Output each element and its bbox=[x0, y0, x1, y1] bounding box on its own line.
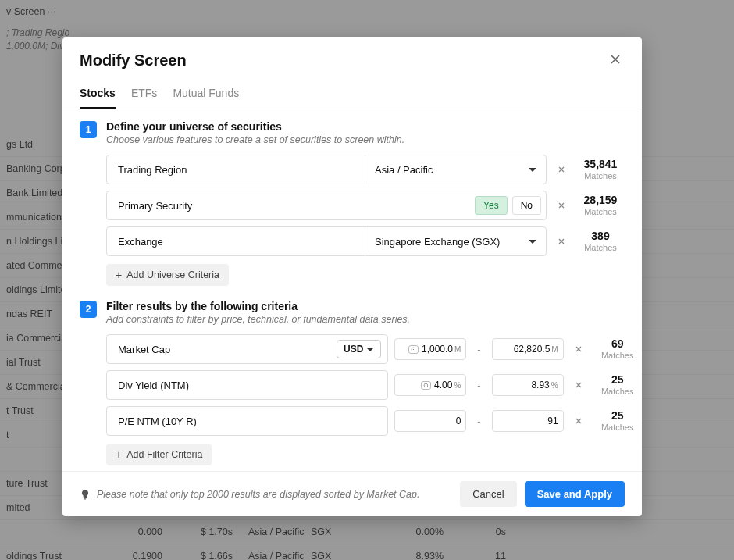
criteria-exchange: Exchange Singapore Exchange (SGX) 389 Ma… bbox=[106, 226, 625, 256]
matches-count: 35,841 Matches bbox=[576, 159, 625, 180]
cancel-button[interactable]: Cancel bbox=[460, 481, 516, 507]
filter-div-yield: Div Yield (NTM) ⊙ 4.00% - 8.93% 25 Match… bbox=[106, 370, 642, 400]
filter-label: P/E NTM (10Y R) bbox=[118, 416, 337, 427]
section-filters: 2 Filter results by the following criter… bbox=[80, 300, 625, 465]
add-universe-criteria-button[interactable]: + Add Universe Criteria bbox=[106, 264, 229, 286]
modal-header: Modify Screen bbox=[62, 37, 642, 70]
plus-icon: + bbox=[116, 269, 122, 280]
caret-down-icon bbox=[529, 240, 536, 244]
remove-criteria-button[interactable] bbox=[553, 233, 570, 250]
section-1-subtitle: Choose various features to create a set … bbox=[106, 134, 625, 145]
section-2-subtitle: Add constraints to filter by price, tech… bbox=[106, 314, 642, 325]
section-2-title: Filter results by the following criteria bbox=[106, 300, 642, 312]
remove-filter-button[interactable] bbox=[570, 376, 587, 394]
remove-filter-button[interactable] bbox=[570, 341, 587, 358]
caret-down-icon bbox=[366, 348, 374, 351]
primary-security-yes[interactable]: Yes bbox=[475, 196, 508, 215]
security-type-tabs: Stocks ETFs Mutual Funds bbox=[62, 80, 642, 109]
modal-footer: Please note that only top 2000 results a… bbox=[62, 471, 642, 516]
market-cap-max-input[interactable]: 62,820.5M bbox=[492, 338, 564, 360]
input-icon: ⊙ bbox=[408, 345, 419, 354]
filter-label: Div Yield (NTM) bbox=[118, 380, 337, 391]
section-1-title: Define your universe of securities bbox=[106, 120, 625, 133]
tab-stocks[interactable]: Stocks bbox=[80, 80, 116, 109]
filter-label: Market Cap bbox=[118, 344, 337, 355]
matches-count: 28,159 Matches bbox=[576, 194, 625, 216]
filter-market-cap: Market Cap USD ⊙ 1,000.0M - 62,820.5M bbox=[106, 334, 642, 364]
pe-max-input[interactable]: 91 bbox=[492, 410, 564, 432]
criteria-label: Trading Region bbox=[107, 164, 198, 176]
section-universe: 1 Define your universe of securities Cho… bbox=[80, 120, 625, 286]
save-and-apply-button[interactable]: Save and Apply bbox=[525, 481, 625, 507]
add-filter-criteria-button[interactable]: + Add Filter Criteria bbox=[106, 444, 212, 465]
caret-down-icon bbox=[529, 168, 536, 172]
matches-count: 25 Matches bbox=[593, 374, 642, 395]
criteria-primary-security: Primary Security Yes No 28,159 Matches bbox=[106, 191, 625, 220]
currency-select[interactable]: USD bbox=[337, 340, 381, 358]
primary-security-no[interactable]: No bbox=[512, 196, 541, 215]
criteria-trading-region: Trading Region Asia / Pacific 35,841 Mat… bbox=[106, 155, 625, 184]
criteria-label: Primary Security bbox=[107, 200, 203, 212]
tab-mutual-funds[interactable]: Mutual Funds bbox=[173, 80, 239, 109]
matches-count: 389 Matches bbox=[576, 230, 625, 251]
remove-criteria-button[interactable] bbox=[553, 197, 570, 214]
modal-title: Modify Screen bbox=[80, 52, 625, 70]
modal-body[interactable]: 1 Define your universe of securities Cho… bbox=[62, 109, 642, 471]
remove-filter-button[interactable] bbox=[570, 412, 587, 430]
plus-icon: + bbox=[116, 449, 122, 460]
matches-count: 25 Matches bbox=[593, 410, 642, 431]
step-badge-2: 2 bbox=[80, 301, 97, 318]
close-icon[interactable] bbox=[608, 52, 626, 70]
info-icon bbox=[80, 489, 91, 500]
exchange-select[interactable]: Singapore Exchange (SGX) bbox=[365, 227, 546, 255]
tab-etfs[interactable]: ETFs bbox=[131, 80, 157, 109]
step-badge-1: 1 bbox=[80, 121, 97, 138]
trading-region-select[interactable]: Asia / Pacific bbox=[365, 155, 546, 184]
pe-min-input[interactable]: 0 bbox=[394, 410, 466, 432]
matches-count: 69 Matches bbox=[593, 338, 642, 359]
criteria-label: Exchange bbox=[107, 236, 174, 248]
modify-screen-modal: Modify Screen Stocks ETFs Mutual Funds 1… bbox=[62, 37, 642, 516]
footer-note: Please note that only top 2000 results a… bbox=[80, 489, 419, 500]
remove-criteria-button[interactable] bbox=[553, 161, 570, 178]
div-yield-max-input[interactable]: 8.93% bbox=[492, 374, 564, 396]
market-cap-min-input[interactable]: ⊙ 1,000.0M bbox=[394, 338, 466, 360]
filter-pe-ntm: P/E NTM (10Y R) 0 - 91 25 Matches bbox=[106, 406, 642, 436]
input-icon: ⊙ bbox=[421, 381, 431, 390]
div-yield-min-input[interactable]: ⊙ 4.00% bbox=[394, 374, 466, 396]
